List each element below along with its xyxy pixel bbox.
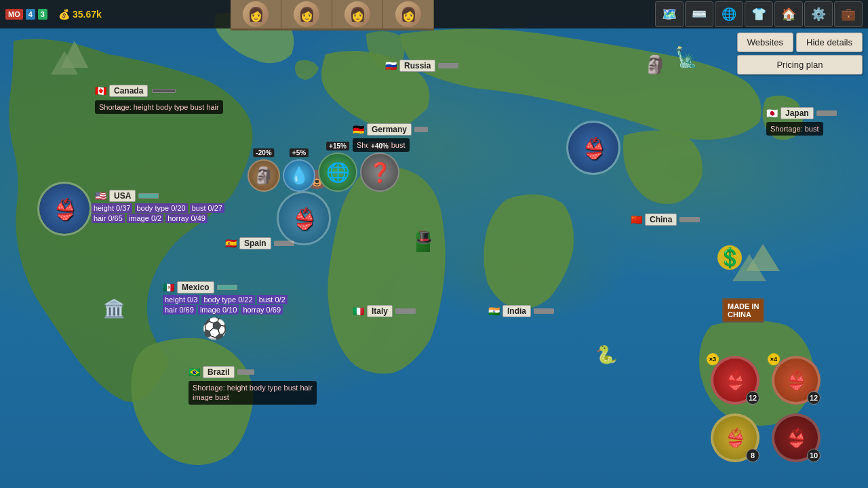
central-chip: 👙 xyxy=(277,191,331,245)
toolbar-globe-btn[interactable]: 🌐 xyxy=(715,1,743,27)
shortcut-badge-4: +40% xyxy=(368,142,391,150)
russia-flag: 🇷🇺 xyxy=(385,60,397,71)
dollar-marker: 💲 xyxy=(717,245,742,270)
india-flag: 🇮🇳 xyxy=(488,306,500,317)
country-label-india: 🇮🇳 India xyxy=(488,305,554,317)
shortcut-badge-3: +15% xyxy=(326,142,349,150)
shortcut-item-1[interactable]: -20% 🗿 xyxy=(248,159,280,192)
chip-stack-2: 👙 12 ×4 xyxy=(772,356,821,405)
chip-stack-1: 👙 12 ×3 xyxy=(711,356,760,405)
shortcut-icon-stone: 🗿 xyxy=(248,159,280,192)
shortcut-badge-2: +5% xyxy=(290,148,309,157)
toolbar-map-btn[interactable]: 🗺️ xyxy=(655,1,684,27)
canada-name: Canada xyxy=(109,85,148,97)
russia-bar xyxy=(438,63,458,68)
made-in-china-marker: MADE INCHINA xyxy=(722,298,764,323)
mexico-flag: 🇲🇽 xyxy=(163,282,174,293)
character-bar: 👩 👩 👩 👩 xyxy=(231,0,434,30)
toolbar-settings-btn[interactable]: ⚙️ xyxy=(804,1,833,27)
shortcut-icon-question: ❓ xyxy=(360,152,399,192)
toolbar-shirt-btn[interactable]: 👕 xyxy=(745,1,773,27)
toolbar-icons: 🗺️ ⌨️ 🌐 👕 🏠 ⚙️ 💼 xyxy=(655,0,868,28)
char-slot-1[interactable]: 👩 xyxy=(231,0,281,28)
chip-1-number: 12 xyxy=(746,391,760,405)
toolbar-keyboard-btn[interactable]: ⌨️ xyxy=(685,1,713,27)
shortcut-item-4[interactable]: +40% ❓ xyxy=(360,152,399,192)
canada-shortage: Shortage: height body type bust hair xyxy=(95,100,223,114)
char-avatar-2: 👩 xyxy=(294,1,319,27)
india-bar xyxy=(534,308,554,314)
ruins-marker: 🏛️ xyxy=(103,298,125,319)
usa-chip-inner: 👙 xyxy=(39,184,90,234)
italy-flag: 🇮🇹 xyxy=(353,306,364,317)
country-label-china: 🇨🇳 China xyxy=(631,214,700,226)
country-label-germany: 🇩🇪 Germany xyxy=(353,123,428,136)
brazil-name: Brazil xyxy=(203,366,235,378)
chip-stack-3: 👙 8 xyxy=(711,413,760,462)
chip-3-number: 8 xyxy=(746,449,760,462)
char-avatar-3: 👩 xyxy=(344,1,370,27)
pricing-plan-button[interactable]: Pricing plan xyxy=(737,55,863,75)
japan-flag: 🇯🇵 xyxy=(766,108,778,119)
char-slot-2[interactable]: 👩 xyxy=(281,0,332,28)
japan-name: Japan xyxy=(781,107,814,119)
hide-details-button[interactable]: Hide details xyxy=(796,33,863,52)
usa-flag: 🇺🇸 xyxy=(95,190,106,201)
chip-stack-4: 👙 10 xyxy=(772,413,821,462)
logo-num1: 4 xyxy=(26,9,35,20)
country-label-mexico: 🇲🇽 Mexico xyxy=(163,281,237,293)
char-avatar-1: 👩 xyxy=(243,1,269,27)
country-label-italy: 🇮🇹 Italy xyxy=(353,305,416,317)
mexico-detail: height 0/3 body type 0/22 bust 0/2 hair … xyxy=(163,295,288,316)
china-name: China xyxy=(645,214,677,226)
chip-2-multiplier: ×4 xyxy=(768,353,780,365)
country-label-japan: 🇯🇵 Japan xyxy=(766,107,837,119)
italy-bar xyxy=(395,308,416,314)
country-label-spain: 🇪🇸 Spain xyxy=(225,237,294,249)
canada-bar xyxy=(152,89,176,93)
shortcut-badge-1: -20% xyxy=(253,148,274,157)
snake-marker: 🐍 xyxy=(595,344,617,365)
money-amount: 35.67k xyxy=(73,9,102,20)
hat-marker: 🎩 xyxy=(416,229,433,245)
mexico-bar xyxy=(217,285,237,290)
russia-name: Russia xyxy=(399,60,435,72)
shortcut-item-3[interactable]: +15% 🌐 xyxy=(318,152,357,192)
brazil-bar xyxy=(237,369,254,375)
germany-name: Germany xyxy=(367,123,412,136)
top-right-panel: Websites Hide details Pricing plan xyxy=(737,33,863,75)
char-slot-3[interactable]: 👩 xyxy=(332,0,383,28)
brazil-flag: 🇧🇷 xyxy=(189,367,200,378)
chip-2-number: 12 xyxy=(807,391,821,405)
chip-1-multiplier: ×3 xyxy=(707,353,719,365)
country-label-brazil: 🇧🇷 Brazil xyxy=(189,366,254,378)
toolbar-home-btn[interactable]: 🏠 xyxy=(774,1,803,27)
china-flag: 🇨🇳 xyxy=(631,214,642,225)
toolbar-briefcase-btn[interactable]: 💼 xyxy=(834,1,863,27)
central-chip-inner: 👙 xyxy=(279,193,329,243)
china-bar xyxy=(679,217,700,222)
country-label-canada: 🇨🇦 Canada xyxy=(95,85,176,97)
moai-marker: 🗿 xyxy=(644,54,666,75)
char-slot-4[interactable]: 👩 xyxy=(383,0,434,28)
germany-flag: 🇩🇪 xyxy=(353,124,364,135)
japan-bar xyxy=(816,110,837,116)
shortcut-item-2[interactable]: +5% 💧 xyxy=(283,159,315,192)
europe-chip: 👙 xyxy=(566,121,620,175)
europe-chip-inner: 👙 xyxy=(568,123,618,173)
websites-button[interactable]: Websites xyxy=(737,33,793,52)
game-logo: MO 4 3 xyxy=(0,9,53,20)
shortcut-icon-globe: 🌐 xyxy=(318,152,357,192)
spain-name: Spain xyxy=(239,237,271,249)
brazil-shortage: Shortage: height body type bust hairimag… xyxy=(189,381,317,405)
usa-chip: 👙 xyxy=(37,182,92,236)
usa-bar xyxy=(138,193,159,199)
soccer-ball-marker: ⚽ xyxy=(202,317,227,340)
italy-name: Italy xyxy=(367,305,393,317)
india-name: India xyxy=(502,305,531,317)
germany-bar xyxy=(414,127,428,132)
country-label-russia: 🇷🇺 Russia xyxy=(385,60,458,72)
logo-mo: MO xyxy=(5,9,23,20)
logo-num2: 3 xyxy=(38,9,47,20)
money-icon: 💰 xyxy=(58,9,70,20)
